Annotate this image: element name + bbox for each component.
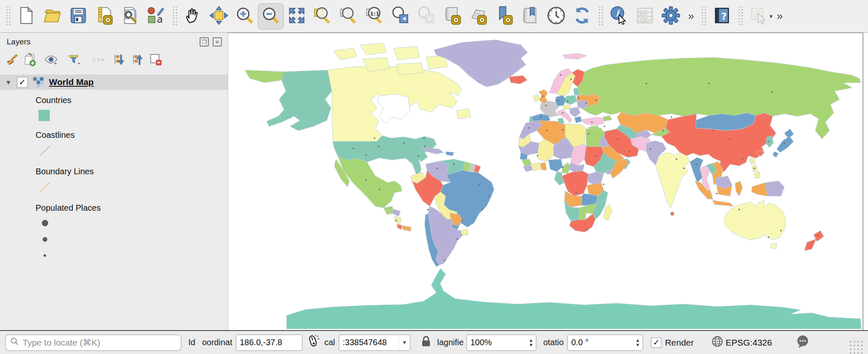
help-button[interactable]: ? <box>709 3 735 29</box>
filter-by-expression-button[interactable]: ε <box>86 52 110 69</box>
layers-panel-title: Layers <box>7 37 196 47</box>
remove-layer-button[interactable] <box>146 52 165 69</box>
locator-search[interactable] <box>5 334 182 351</box>
manage-visibility-button[interactable] <box>39 52 63 69</box>
toggle-extents-icon[interactable] <box>307 334 319 351</box>
legend-label-coastlines: Coastlines <box>36 130 228 140</box>
toolbar-drag-handle[interactable] <box>598 7 603 26</box>
render-checkbox[interactable]: ✓ <box>651 337 662 348</box>
pan-map-button[interactable] <box>180 3 206 29</box>
coordinate-box[interactable] <box>236 334 303 351</box>
scale-dropdown-caret[interactable]: ▼ <box>399 335 409 350</box>
identify-features-button[interactable]: i <box>606 3 632 29</box>
magnifier-spinbox[interactable]: ▲▼ <box>466 334 537 351</box>
select-features-icon <box>749 6 768 27</box>
zoom-to-layer-button[interactable] <box>336 3 362 29</box>
zoom-out-button[interactable] <box>258 3 284 29</box>
temporal-controller-button[interactable] <box>543 3 569 29</box>
style-manager-button[interactable]: a <box>143 3 169 29</box>
toolbar-overflow-button[interactable]: » <box>773 10 787 23</box>
new-project-button[interactable] <box>13 3 39 29</box>
legend-swatch-coastlines <box>39 145 228 159</box>
globe-icon <box>711 336 723 349</box>
layer-visibility-checkbox[interactable]: ✓ <box>17 77 28 88</box>
filter-legend-button[interactable] <box>63 52 86 69</box>
toolbar-drag-handle[interactable] <box>701 7 706 26</box>
zoom-last-icon <box>391 6 410 27</box>
status-bar: Id oordinat cal ▼ lagnifie ▲▼ otatio ▲▼ … <box>0 330 868 354</box>
locator-input[interactable] <box>23 338 177 348</box>
map-canvas[interactable] <box>228 33 863 330</box>
style-manager-icon: a <box>146 6 166 27</box>
crs-status-button[interactable]: EPSG:4326 <box>711 336 772 349</box>
rotation-spinbox[interactable]: ▲▼ <box>567 334 643 351</box>
zoom-last-button[interactable] <box>388 3 413 29</box>
svg-text:?: ? <box>722 10 727 21</box>
world-map <box>228 33 863 330</box>
scale-combobox[interactable]: ▼ <box>339 334 411 351</box>
scale-input[interactable] <box>339 338 399 347</box>
magnifier-input[interactable] <box>467 338 526 347</box>
zoom-to-selection-button[interactable] <box>310 3 336 29</box>
zoom-out-icon <box>261 6 280 27</box>
svg-text:ε: ε <box>92 55 96 63</box>
tree-expand-caret[interactable]: ▼ <box>0 79 17 86</box>
pan-to-selection-button[interactable] <box>206 3 232 29</box>
layer-label: World Map <box>49 77 94 87</box>
paintbrush-icon <box>5 53 18 68</box>
expand-all-button[interactable] <box>110 52 128 69</box>
open-project-button[interactable] <box>39 3 65 29</box>
refresh-button[interactable] <box>569 3 595 29</box>
legend-swatch-populated-large <box>42 220 228 226</box>
layout-manager-button[interactable] <box>117 3 143 29</box>
svg-text:1:1: 1:1 <box>370 10 380 17</box>
clock-icon <box>547 6 566 27</box>
crs-label: EPSG:4326 <box>726 338 772 348</box>
zoom-full-button[interactable] <box>284 3 310 29</box>
messages-button[interactable] <box>796 334 810 351</box>
new-map-view-button[interactable] <box>439 3 465 29</box>
legend-label-boundary-lines: Boundary Lines <box>36 167 228 177</box>
layers-panel-titlebar: Layers ❐ ✕ <box>0 33 228 49</box>
new-map-view-icon <box>443 6 462 27</box>
zoom-in-button[interactable] <box>232 3 258 29</box>
panel-float-button[interactable]: ❐ <box>200 37 209 47</box>
zoom-native-button[interactable]: 1:1 <box>362 3 388 29</box>
options-button[interactable] <box>658 3 684 29</box>
toolbar-drag-handle[interactable] <box>172 7 177 26</box>
lock-scale-icon[interactable] <box>421 335 431 350</box>
toolbar-drag-handle[interactable] <box>737 7 743 26</box>
toolbar-drag-handle[interactable] <box>5 7 11 26</box>
magnifier-spin-buttons[interactable]: ▲▼ <box>526 335 536 350</box>
panel-close-button[interactable]: ✕ <box>213 37 222 47</box>
show-bookmarks-button[interactable] <box>517 3 543 29</box>
zoom-next-button[interactable] <box>413 3 439 29</box>
window-resize-grip[interactable] <box>849 340 863 354</box>
folder-icon <box>43 6 62 27</box>
main-area: Layers ❐ ✕ ε ▼ ✓ World Map <box>0 33 868 330</box>
select-features-button[interactable] <box>746 3 772 29</box>
coordinate-input[interactable] <box>236 338 302 347</box>
refresh-icon <box>573 6 592 27</box>
layer-row-world-map[interactable]: ▼ ✓ World Map <box>0 75 228 90</box>
new-3d-map-view-button[interactable] <box>465 3 491 29</box>
zoom-selection-icon <box>313 6 332 27</box>
collapse-all-button[interactable] <box>128 52 146 69</box>
new-print-layout-button[interactable] <box>91 3 117 29</box>
new-spatial-bookmark-button[interactable] <box>491 3 517 29</box>
add-group-icon <box>23 53 37 68</box>
zoom-next-icon <box>417 6 436 27</box>
save-project-button[interactable] <box>65 3 91 29</box>
rotation-input[interactable] <box>568 338 633 347</box>
open-layer-styling-button[interactable] <box>3 52 21 69</box>
add-group-button[interactable] <box>21 52 39 69</box>
toolbar-overflow-button[interactable]: » <box>684 10 698 23</box>
identify-icon: i <box>609 6 629 27</box>
collapse-all-icon <box>131 53 144 68</box>
new-3d-map-icon <box>469 6 488 27</box>
statistics-button[interactable] <box>632 3 658 29</box>
funnel-icon <box>68 53 81 68</box>
expression-icon: ε <box>91 53 105 68</box>
coordinate-label: oordinat <box>202 338 232 347</box>
rotation-spin-buttons[interactable]: ▲▼ <box>633 335 642 350</box>
